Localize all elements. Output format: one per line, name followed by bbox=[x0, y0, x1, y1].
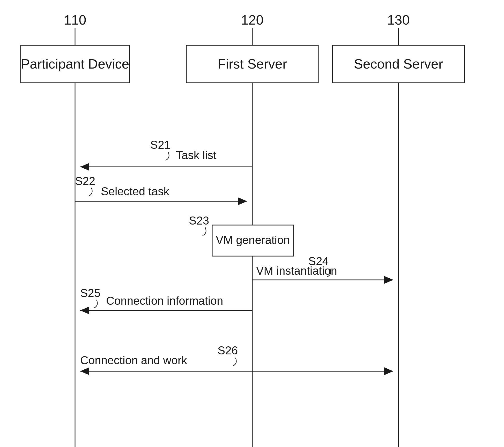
label-vm-generation: VM generation bbox=[216, 234, 290, 246]
label-connection-info: Connection information bbox=[106, 294, 223, 307]
label-task-list: Task list bbox=[176, 149, 216, 161]
arrow-s26-head-right bbox=[384, 367, 393, 375]
label-vm-instantiation: VM instantiation bbox=[256, 264, 337, 277]
ref-110: 110 bbox=[64, 12, 86, 27]
ref-130: 130 bbox=[387, 12, 410, 27]
label-connection-work: Connection and work bbox=[80, 354, 187, 367]
first-server-label: First Server bbox=[218, 56, 287, 71]
ref-120: 120 bbox=[241, 12, 264, 27]
step-s26: S26 bbox=[218, 344, 238, 357]
step-s25: S25 bbox=[80, 287, 100, 299]
second-server-label: Second Server bbox=[354, 56, 443, 71]
arrow-s22-head bbox=[238, 197, 247, 205]
arrow-s24-head bbox=[384, 276, 393, 284]
step-s21: S21 bbox=[150, 138, 171, 151]
step-s22: S22 bbox=[75, 175, 95, 187]
step-s23: S23 bbox=[189, 214, 209, 227]
diagram-container: 110 120 130 Participant Device First Ser… bbox=[0, 0, 504, 447]
participant-device-label: Participant Device bbox=[21, 56, 129, 71]
arrow-s25-head bbox=[80, 307, 89, 314]
label-selected-task: Selected task bbox=[101, 185, 169, 198]
arrow-s26-head-left bbox=[80, 367, 89, 375]
arrow-s21-head bbox=[80, 163, 89, 171]
